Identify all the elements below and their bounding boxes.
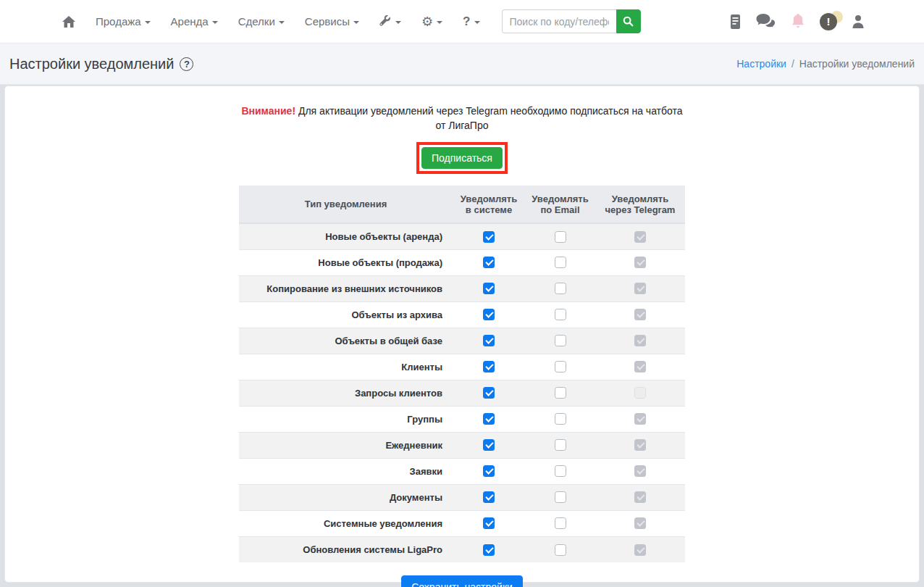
system-checkbox[interactable] (483, 439, 495, 451)
table-row: Обновления системы LigaPro (239, 536, 685, 562)
subscribe-button[interactable]: Подписаться (421, 147, 503, 169)
chevron-down-icon (145, 21, 151, 24)
system-checkbox[interactable] (483, 517, 495, 529)
menu-arenda[interactable]: Аренда (164, 9, 225, 33)
menu-help[interactable]: ? (455, 9, 487, 35)
chevron-down-icon (437, 21, 442, 24)
telegram-checkbox (634, 309, 646, 320)
breadcrumb: Настройки / Настройки уведомлений (736, 58, 915, 70)
wrench-icon (379, 15, 392, 28)
table-row: Группы (239, 406, 685, 432)
table-row: Системные уведомления (239, 510, 685, 536)
settings-card: Внимание! Для активации уведомлений чере… (4, 86, 920, 583)
menu-label: Продажа (96, 15, 141, 28)
email-checkbox[interactable] (555, 517, 566, 529)
alert-icon: ! (820, 13, 837, 30)
gear-icon: ⚙ (421, 14, 433, 30)
system-checkbox[interactable] (483, 283, 495, 294)
system-checkbox[interactable] (483, 465, 495, 477)
alerts-button[interactable]: ! (820, 13, 837, 30)
search-input[interactable] (502, 9, 616, 33)
menu-label: Сервисы (305, 15, 350, 28)
warning-prefix: Внимание! (241, 105, 295, 117)
system-checkbox[interactable] (483, 387, 495, 399)
journal-icon (729, 14, 742, 30)
row-label: Запросы клиентов (239, 380, 453, 406)
telegram-checkbox (634, 465, 646, 477)
home-button[interactable] (59, 10, 83, 33)
help-icon: ? (463, 14, 470, 29)
system-checkbox[interactable] (483, 361, 495, 372)
telegram-checkbox (634, 335, 646, 346)
telegram-checkbox (634, 544, 646, 556)
row-label: Группы (239, 406, 453, 432)
table-row: Объекты из архива (239, 301, 685, 328)
system-checkbox[interactable] (483, 335, 495, 346)
row-label: Копирование из внешних источников (239, 275, 453, 301)
chevron-down-icon (353, 21, 359, 24)
menu-prodazha[interactable]: Продажа (88, 9, 158, 33)
email-checkbox[interactable] (555, 465, 566, 477)
home-icon (62, 16, 75, 28)
email-checkbox[interactable] (555, 283, 566, 294)
menu-sdelki[interactable]: Сделки (231, 9, 292, 33)
system-checkbox[interactable] (483, 309, 495, 320)
journal-button[interactable] (729, 14, 742, 30)
table-header-row: Тип уведомления Уведомлять в системе Уве… (239, 186, 685, 223)
table-row: Новые объекты (продажа) (239, 249, 685, 275)
table-row: Документы (239, 484, 685, 510)
chats-icon (756, 13, 776, 30)
email-checkbox[interactable] (555, 309, 566, 320)
telegram-checkbox (634, 361, 646, 372)
breadcrumb-link-settings[interactable]: Настройки (736, 58, 786, 70)
email-checkbox[interactable] (555, 231, 566, 243)
table-row: Объекты в общей базе (239, 328, 685, 354)
email-checkbox[interactable] (555, 413, 566, 425)
menu-settings[interactable]: ⚙ (414, 8, 450, 36)
notifications-button[interactable] (791, 13, 805, 30)
user-icon (852, 14, 865, 29)
red-highlight-box: Подписаться (416, 142, 508, 174)
table-row: Новые объекты (аренда) (239, 223, 685, 249)
breadcrumb-current: Настройки уведомлений (799, 58, 915, 70)
telegram-checkbox (634, 231, 646, 243)
bell-icon (791, 13, 805, 30)
header-telegram: Уведомлять через Telegram (595, 186, 685, 223)
system-checkbox[interactable] (483, 413, 495, 425)
system-checkbox[interactable] (483, 491, 495, 503)
email-checkbox[interactable] (555, 335, 566, 346)
system-checkbox[interactable] (483, 544, 495, 556)
search-icon (623, 16, 634, 27)
chevron-down-icon (474, 21, 480, 24)
row-label: Ежедневник (239, 432, 453, 458)
row-label: Системные уведомления (239, 510, 453, 536)
system-checkbox[interactable] (483, 231, 495, 243)
email-checkbox[interactable] (555, 491, 566, 503)
warning-message: Для активации уведомлений через Telegram… (298, 105, 683, 131)
email-checkbox[interactable] (555, 387, 566, 399)
header-system: Уведомлять в системе (453, 186, 525, 223)
profile-button[interactable] (852, 14, 865, 29)
email-checkbox[interactable] (555, 361, 566, 372)
search-button[interactable] (616, 9, 641, 33)
row-label: Новые объекты (продажа) (239, 249, 453, 275)
menu-servisy[interactable]: Сервисы (298, 9, 366, 33)
telegram-checkbox (634, 387, 646, 399)
menu-tools[interactable] (372, 9, 408, 33)
save-settings-button[interactable]: Сохранить настройки (401, 575, 523, 587)
page-help-icon[interactable]: ? (180, 57, 193, 71)
row-label: Объекты из архива (239, 301, 453, 328)
telegram-checkbox (634, 517, 646, 529)
telegram-checkbox (634, 257, 646, 268)
email-checkbox[interactable] (555, 439, 566, 451)
top-navbar: Продажа Аренда Сделки Сервисы (0, 0, 924, 43)
menu-label: Аренда (171, 15, 209, 28)
row-label: Новые объекты (аренда) (239, 223, 453, 249)
messages-button[interactable] (756, 13, 776, 30)
row-label: Объекты в общей базе (239, 328, 453, 354)
chevron-down-icon (279, 21, 285, 24)
system-checkbox[interactable] (483, 257, 495, 268)
email-checkbox[interactable] (555, 544, 566, 556)
telegram-checkbox (634, 283, 646, 294)
email-checkbox[interactable] (555, 257, 566, 268)
